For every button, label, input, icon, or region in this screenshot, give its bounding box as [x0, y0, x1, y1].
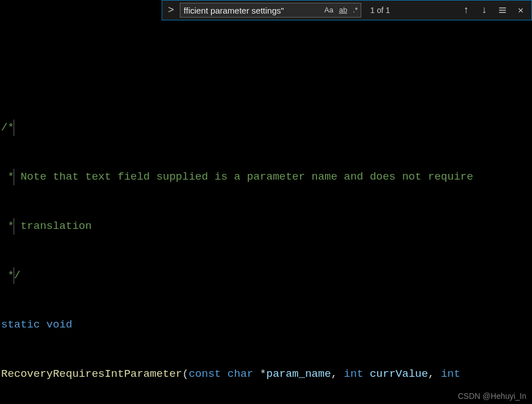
comment: */	[1, 267, 20, 284]
code-line: static void	[1, 317, 532, 333]
code-line: */	[1, 267, 532, 284]
watermark: CSDN @Hehuyi_In	[458, 392, 526, 401]
code-line: * Note that text field supplied is a par…	[1, 169, 532, 185]
code-line: * translation	[1, 218, 532, 235]
comment: * Note that text field supplied is a par…	[1, 169, 473, 185]
code-text: static void	[1, 317, 72, 333]
code-editor[interactable]: /* * Note that text field supplied is a …	[0, 5, 532, 404]
code-line: /*	[1, 120, 532, 136]
code-text: RecoveryRequiresIntParameter(const char …	[1, 366, 461, 382]
code-line: RecoveryRequiresIntParameter(const char …	[1, 366, 532, 382]
code-line	[1, 54, 532, 70]
comment: /*	[1, 120, 14, 136]
comment: * translation	[1, 218, 92, 235]
